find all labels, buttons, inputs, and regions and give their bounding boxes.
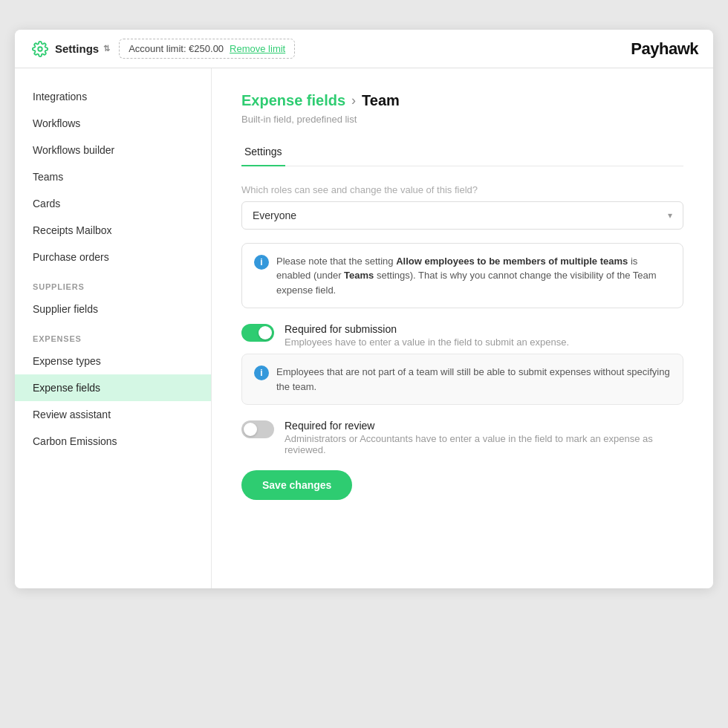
sidebar-item-teams[interactable]: Teams xyxy=(15,163,211,190)
sidebar-item-integrations[interactable]: Integrations xyxy=(15,83,211,110)
breadcrumb: Expense fields › Team xyxy=(241,92,683,109)
info-bold-allow: Allow employees to be members of multipl… xyxy=(396,256,628,267)
settings-title[interactable]: Settings ⇅ xyxy=(30,39,110,59)
breadcrumb-current: Team xyxy=(362,92,400,109)
nested-info-icon: i xyxy=(254,365,269,380)
toggle-review-labels: Required for review Administrators or Ac… xyxy=(285,420,683,455)
sidebar-item-purchase-orders[interactable]: Purchase orders xyxy=(15,244,211,270)
toggle-submission-labels: Required for submission Employees have t… xyxy=(285,323,569,348)
toggle-submission-track[interactable] xyxy=(241,324,274,342)
nested-info-text: Employees that are not part of a team wi… xyxy=(276,365,671,394)
sidebar-item-workflows-builder[interactable]: Workflows builder xyxy=(15,137,211,163)
visibility-question: Which roles can see and change the value… xyxy=(241,184,683,195)
account-limit-text: Account limit: €250.00 xyxy=(129,43,224,54)
info-bold-teams: Teams xyxy=(344,270,374,281)
sidebar-section-suppliers: SUPPLIERS xyxy=(15,270,211,296)
sidebar: Integrations Workflows Workflows builder… xyxy=(15,68,212,588)
info-icon: i xyxy=(254,255,269,270)
info-note-text: Please note that the setting Allow emplo… xyxy=(276,254,671,298)
sidebar-item-cards[interactable]: Cards xyxy=(15,190,211,217)
toggle-submission-section: Required for submission Employees have t… xyxy=(241,323,683,405)
chevron-updown-icon: ⇅ xyxy=(103,44,110,53)
toggle-review-section: Required for review Administrators or Ac… xyxy=(241,420,683,455)
tabs: Settings xyxy=(241,140,683,166)
settings-label: Settings xyxy=(55,42,99,55)
sidebar-item-workflows[interactable]: Workflows xyxy=(15,110,211,137)
account-limit-badge: Account limit: €250.00 Remove limit xyxy=(119,39,295,59)
toggle-review-thumb xyxy=(244,423,257,436)
top-bar: Settings ⇅ Account limit: €250.00 Remove… xyxy=(15,30,713,68)
info-text-before: Please note that the setting xyxy=(276,256,396,267)
sidebar-item-supplier-fields[interactable]: Supplier fields xyxy=(15,296,211,322)
remove-limit-link[interactable]: Remove limit xyxy=(230,43,285,54)
sidebar-item-review-assistant[interactable]: Review assistant xyxy=(15,401,211,428)
toggle-review-track[interactable] xyxy=(241,420,274,438)
toggle-submission-row: Required for submission Employees have t… xyxy=(241,323,683,348)
tab-settings[interactable]: Settings xyxy=(241,140,285,166)
field-subtitle: Built-in field, predefined list xyxy=(241,114,683,125)
toggle-review-row: Required for review Administrators or Ac… xyxy=(241,420,683,455)
top-bar-left: Settings ⇅ Account limit: €250.00 Remove… xyxy=(30,39,295,59)
chevron-down-icon: ▾ xyxy=(668,210,672,221)
sidebar-item-carbon-emissions[interactable]: Carbon Emissions xyxy=(15,428,211,455)
gear-icon xyxy=(30,39,51,59)
toggle-submission-label: Required for submission xyxy=(285,323,569,335)
breadcrumb-separator: › xyxy=(351,93,356,108)
nested-info-box: i Employees that are not part of a team … xyxy=(241,354,683,405)
brand-name: Payhawk xyxy=(631,39,698,59)
toggle-review-sublabel: Administrators or Accountants have to en… xyxy=(285,433,683,455)
toggle-submission-switch[interactable] xyxy=(241,324,274,342)
toggle-submission-sublabel: Employees have to enter a value in the f… xyxy=(285,337,569,348)
content-area: Expense fields › Team Built-in field, pr… xyxy=(212,68,713,588)
save-button[interactable]: Save changes xyxy=(241,470,352,500)
visibility-dropdown[interactable]: Everyone ▾ xyxy=(241,201,683,230)
sidebar-item-receipts-mailbox[interactable]: Receipts Mailbox xyxy=(15,217,211,244)
sidebar-section-expenses: EXPENSES xyxy=(15,322,211,348)
visibility-value: Everyone xyxy=(253,209,296,221)
sidebar-item-expense-fields[interactable]: Expense fields xyxy=(15,374,211,401)
svg-point-0 xyxy=(38,47,42,51)
toggle-review-switch[interactable] xyxy=(241,420,274,438)
toggle-review-label: Required for review xyxy=(285,420,683,432)
breadcrumb-expense-fields[interactable]: Expense fields xyxy=(241,92,345,109)
sidebar-item-expense-types[interactable]: Expense types xyxy=(15,348,211,374)
main-layout: Integrations Workflows Workflows builder… xyxy=(15,68,713,588)
toggle-submission-thumb xyxy=(259,326,272,339)
info-note-box: i Please note that the setting Allow emp… xyxy=(241,243,683,309)
